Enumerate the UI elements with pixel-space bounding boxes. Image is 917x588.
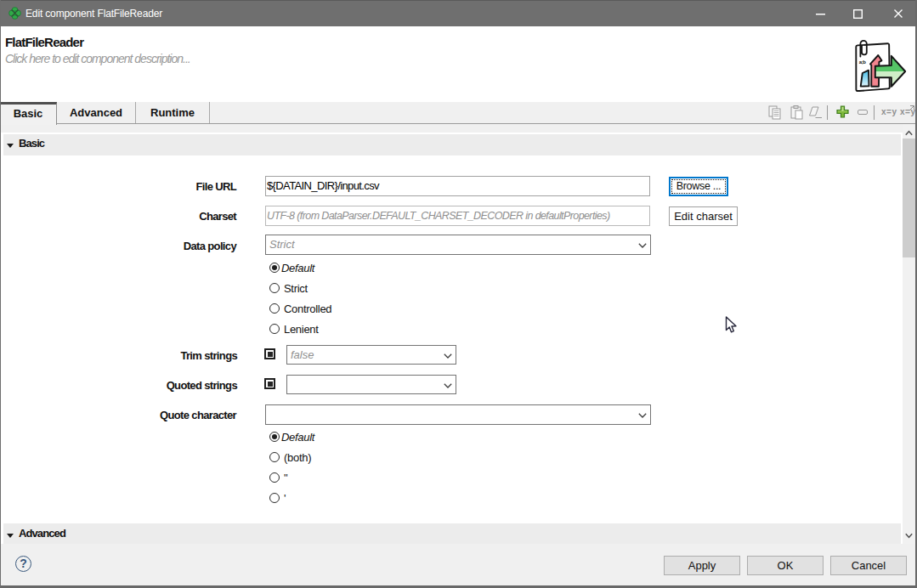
svg-text:a;b: a;b [859, 59, 867, 65]
